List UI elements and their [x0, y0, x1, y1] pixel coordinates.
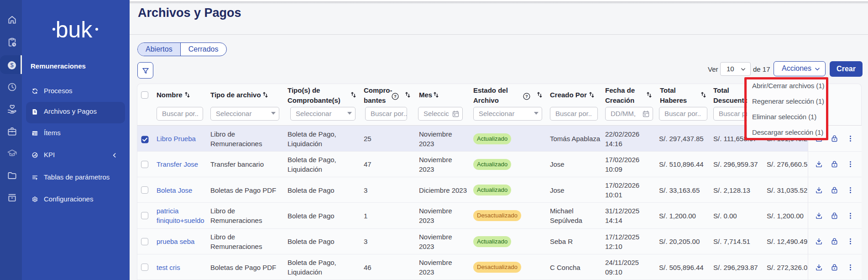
svg-text:S: S	[34, 110, 36, 113]
svg-text:?: ?	[525, 94, 528, 99]
svg-text:?: ?	[394, 94, 397, 99]
